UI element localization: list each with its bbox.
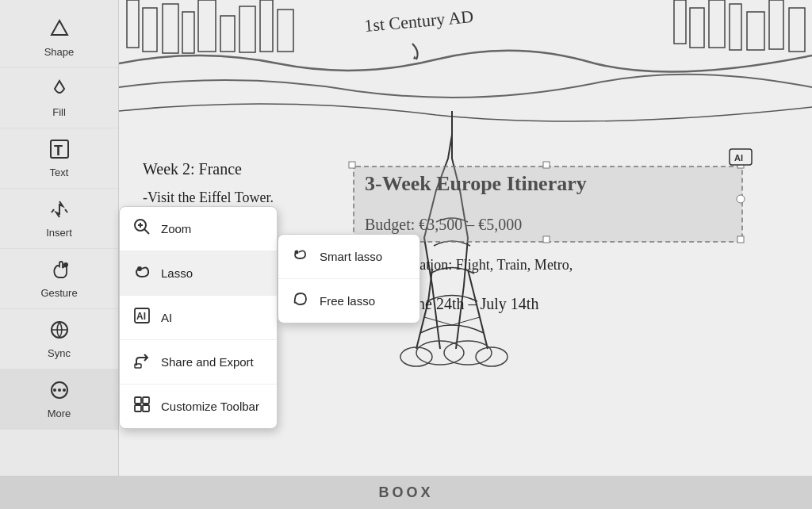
toolbar-item-gesture-label: Gesture (40, 287, 77, 299)
svg-text:AI: AI (734, 153, 743, 163)
svg-line-51 (144, 229, 149, 234)
svg-rect-61 (143, 405, 149, 411)
svg-point-37 (737, 195, 745, 203)
toolbar: Shape Fill T Text (0, 0, 119, 476)
svg-rect-13 (747, 12, 764, 50)
svg-text:-Visit the Eiffel Tower.: -Visit the Eiffel Tower. (143, 189, 274, 205)
svg-rect-31 (349, 162, 355, 168)
toolbar-item-insert-label: Insert (46, 227, 72, 239)
svg-rect-3 (182, 12, 194, 53)
dropdown-menu: Zoom Lasso AI (119, 206, 278, 429)
svg-rect-0 (127, 0, 139, 48)
ai-menu-icon: AI (132, 307, 151, 328)
svg-rect-8 (278, 10, 293, 52)
toolbar-item-insert[interactable]: Insert (0, 189, 118, 249)
shape-icon (48, 17, 71, 43)
toolbar-item-fill[interactable]: Fill (0, 68, 118, 128)
insert-icon (48, 198, 71, 224)
toolbar-item-fill-label: Fill (52, 106, 66, 118)
submenu-item-smart-lasso[interactable]: Smart lasso (278, 235, 419, 279)
toolbar-item-more[interactable]: More (0, 369, 118, 430)
screen: 1st Century AD (0, 0, 812, 476)
lasso-icon (132, 262, 151, 284)
device-frame: 1st Century AD (0, 0, 812, 509)
svg-marker-40 (52, 21, 67, 35)
svg-rect-10 (690, 8, 704, 48)
svg-marker-17 (413, 55, 416, 59)
menu-item-zoom-label: Zoom (161, 222, 191, 235)
svg-rect-35 (543, 162, 550, 168)
boox-logo: BOOX (378, 484, 433, 501)
toolbar-item-more-label: More (48, 408, 71, 419)
svg-rect-34 (737, 236, 744, 243)
svg-text:AI: AI (136, 311, 146, 322)
svg-rect-4 (198, 0, 216, 52)
submenu-item-free-lasso[interactable]: Free lasso (278, 279, 419, 323)
customize-toolbar-icon (132, 396, 151, 417)
svg-rect-58 (135, 397, 141, 404)
svg-rect-9 (674, 0, 686, 44)
free-lasso-icon (291, 290, 310, 312)
svg-rect-12 (730, 4, 741, 50)
toolbar-item-sync[interactable]: Sync (0, 309, 118, 369)
svg-rect-2 (163, 4, 178, 53)
menu-item-lasso-label: Lasso (161, 266, 193, 280)
bottom-bar: BOOX (0, 476, 812, 509)
svg-rect-6 (239, 6, 255, 52)
svg-point-49 (63, 388, 66, 392)
svg-point-43 (63, 262, 68, 267)
svg-text:T: T (54, 143, 63, 159)
text-icon: T (48, 138, 71, 163)
fill-icon (48, 78, 71, 103)
svg-rect-30 (354, 166, 742, 242)
lasso-submenu: Smart lasso Free lasso (278, 234, 420, 323)
menu-item-share-export-label: Share and Export (161, 355, 254, 369)
submenu-item-free-lasso-label: Free lasso (320, 294, 375, 308)
toolbar-item-shape-label: Shape (44, 46, 75, 58)
toolbar-item-text[interactable]: T Text (0, 128, 118, 189)
svg-rect-14 (769, 0, 783, 49)
svg-rect-60 (135, 405, 141, 411)
toolbar-item-sync-label: Sync (48, 347, 71, 359)
toolbar-item-text-label: Text (50, 166, 69, 178)
svg-point-48 (53, 388, 56, 392)
svg-rect-36 (543, 236, 550, 243)
svg-rect-15 (789, 8, 805, 52)
menu-item-customize-toolbar[interactable]: Customize Toolbar (120, 385, 277, 428)
share-export-icon (132, 351, 151, 373)
svg-rect-57 (135, 364, 141, 368)
svg-point-20 (444, 341, 492, 365)
svg-rect-11 (709, 0, 725, 48)
menu-item-lasso[interactable]: Lasso (120, 251, 277, 296)
sync-icon (48, 319, 71, 344)
svg-rect-1 (143, 8, 157, 52)
gesture-icon (48, 258, 71, 284)
menu-item-ai[interactable]: AI AI (120, 296, 277, 340)
svg-text:1st Century AD: 1st Century AD (363, 6, 474, 36)
svg-point-47 (58, 388, 61, 392)
menu-item-zoom[interactable]: Zoom (120, 207, 277, 251)
toolbar-item-gesture[interactable]: Gesture (0, 249, 118, 309)
toolbar-item-shape[interactable]: Shape (0, 8, 118, 68)
more-icon (48, 379, 71, 404)
menu-item-share-export[interactable]: Share and Export (120, 340, 277, 385)
svg-rect-5 (220, 16, 235, 52)
zoom-icon (132, 218, 151, 239)
svg-rect-7 (260, 0, 273, 52)
svg-rect-59 (143, 397, 149, 404)
svg-text:Week 2: France: Week 2: France (143, 160, 242, 178)
submenu-item-smart-lasso-label: Smart lasso (320, 250, 382, 263)
menu-item-customize-toolbar-label: Customize Toolbar (161, 400, 259, 413)
smart-lasso-icon (291, 246, 310, 267)
menu-item-ai-label: AI (161, 311, 172, 324)
